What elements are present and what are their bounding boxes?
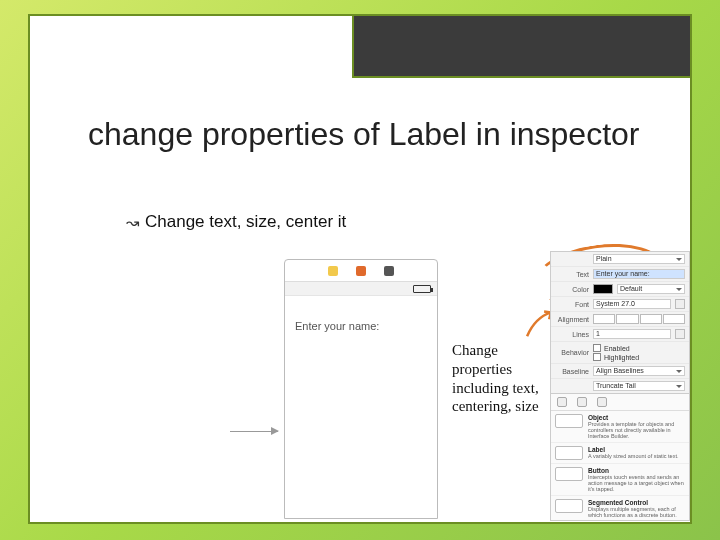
alignment-segmented[interactable]	[593, 314, 685, 324]
phone-canvas: Enter your name:	[285, 296, 437, 332]
library-thumb	[555, 499, 583, 513]
ruler-icon	[384, 266, 394, 276]
inspector-row-font: Font System 27.0	[551, 297, 689, 312]
library-item[interactable]: ObjectProvides a template for objects an…	[551, 411, 689, 443]
field-label: Text	[555, 271, 589, 278]
baseline-select[interactable]: Align Baselines	[593, 366, 685, 376]
inspector-row-baseline: Baseline Align Baselines	[551, 364, 689, 379]
library-objects-icon[interactable]	[557, 397, 567, 407]
library-thumb	[555, 467, 583, 481]
library-item-name: Segmented Control	[588, 499, 685, 506]
library-item[interactable]: ButtonIntercepts touch events and sends …	[551, 464, 689, 496]
inspector-row-behavior: Behavior Enabled Highlighted	[551, 342, 689, 364]
bullet-item: ↝ Change text, size, center it	[126, 212, 346, 232]
object-library: ObjectProvides a template for objects an…	[550, 393, 690, 521]
field-label: Color	[555, 286, 589, 293]
font-stepper[interactable]	[675, 299, 685, 309]
lines-stepper[interactable]	[675, 329, 685, 339]
text-input[interactable]: Enter your name:	[593, 269, 685, 279]
library-item[interactable]: LabelA variably sized amount of static t…	[551, 443, 689, 464]
field-label: Alignment	[555, 316, 589, 323]
inspector-row-alignment: Alignment	[551, 312, 689, 327]
field-label: Baseline	[555, 368, 589, 375]
field-label: Lines	[555, 331, 589, 338]
inspector-row-style: Plain	[551, 252, 689, 267]
inspector-row-color: Color Default	[551, 282, 689, 297]
battery-icon	[413, 285, 431, 293]
library-toolbar	[551, 394, 689, 411]
library-item-name: Object	[588, 414, 685, 421]
color-swatch[interactable]	[593, 284, 613, 294]
annotation-text: Change properties including text, center…	[452, 341, 550, 416]
lines-input[interactable]: 1	[593, 329, 671, 339]
enabled-label: Enabled	[604, 345, 630, 352]
highlighted-checkbox[interactable]	[593, 353, 601, 361]
library-item-name: Button	[588, 467, 685, 474]
inspector-row-linebreak: Truncate Tail	[551, 379, 689, 394]
enabled-checkbox[interactable]	[593, 344, 601, 352]
library-item-name: Label	[588, 446, 685, 453]
slide-card: change properties of Label in inspector …	[28, 14, 692, 524]
align-justify-button[interactable]	[663, 314, 685, 324]
align-left-button[interactable]	[593, 314, 615, 324]
library-thumb	[555, 446, 583, 460]
field-label: Behavior	[555, 349, 589, 356]
inspector-row-lines: Lines 1	[551, 327, 689, 342]
color-select[interactable]: Default	[617, 284, 685, 294]
title-decor-box	[352, 14, 692, 78]
canvas-label: Enter your name:	[295, 320, 427, 332]
phone-toolbar	[285, 260, 437, 282]
slide-title: change properties of Label in inspector	[88, 116, 648, 153]
shield-icon	[356, 266, 366, 276]
font-input[interactable]: System 27.0	[593, 299, 671, 309]
phone-statusbar	[285, 282, 437, 296]
library-grid-icon[interactable]	[597, 397, 607, 407]
align-right-button[interactable]	[640, 314, 662, 324]
library-item-desc: Provides a template for objects and cont…	[588, 421, 685, 439]
warning-icon	[328, 266, 338, 276]
library-media-icon[interactable]	[577, 397, 587, 407]
bullet-icon: ↝	[126, 213, 139, 232]
library-item-desc: Displays multiple segments, each of whic…	[588, 506, 685, 518]
style-select[interactable]: Plain	[593, 254, 685, 264]
library-list: ObjectProvides a template for objects an…	[551, 411, 689, 521]
library-thumb	[555, 414, 583, 428]
library-item-desc: A variably sized amount of static text.	[588, 453, 685, 459]
linebreak-select[interactable]: Truncate Tail	[593, 381, 685, 391]
inspector-row-text: Text Enter your name:	[551, 267, 689, 282]
figure-area: Enter your name: Change properties inclu…	[220, 251, 690, 521]
arrow-right-icon	[230, 431, 278, 432]
library-item[interactable]: Segmented ControlDisplays multiple segme…	[551, 496, 689, 521]
highlighted-label: Highlighted	[604, 354, 639, 361]
align-center-button[interactable]	[616, 314, 638, 324]
field-label: Font	[555, 301, 589, 308]
bullet-text: Change text, size, center it	[145, 212, 346, 232]
phone-mock: Enter your name:	[284, 259, 438, 519]
library-item-desc: Intercepts touch events and sends an act…	[588, 474, 685, 492]
